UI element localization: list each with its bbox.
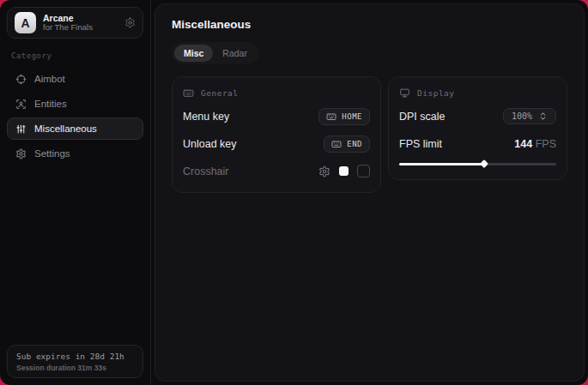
keyboard-icon [326, 111, 336, 122]
sidebar-item-entities[interactable]: Entities [7, 93, 143, 115]
sidebar-item-aimbot[interactable]: Aimbot [7, 68, 143, 90]
brand-subtitle: for The Finals [43, 23, 93, 33]
crosshair-color-swatch[interactable] [339, 166, 349, 176]
crosshair-settings-gear-icon[interactable] [318, 165, 330, 177]
unload-key-label: Unload key [183, 138, 237, 150]
fps-limit-value: 144 FPS [514, 138, 556, 150]
fps-slider-thumb[interactable] [480, 159, 488, 168]
chevrons-up-down-icon [538, 111, 548, 121]
crosshair-label: Crosshair [183, 165, 229, 177]
sidebar-item-settings[interactable]: Settings [7, 142, 143, 165]
sidebar-item-miscellaneous[interactable]: Miscellaneous [7, 117, 143, 140]
display-card-title: Display [417, 88, 455, 98]
unload-key-row: Unload key END [183, 134, 370, 153]
fps-slider-fill [399, 163, 484, 165]
menu-key-value: HOME [342, 112, 362, 121]
content-panel: Miscellaneous Misc Radar Gene [155, 3, 585, 382]
menu-key-row: Menu key HOME [183, 106, 370, 126]
keyboard-icon [331, 139, 342, 149]
fps-limit-row: FPS limit 144 FPS [399, 134, 556, 153]
main-area: Miscellaneous Misc Radar Gene [151, 0, 588, 385]
dpi-scale-select[interactable]: 100% [503, 108, 556, 124]
app-window: A Arcane for The Finals Category [0, 0, 588, 385]
scan-person-icon [15, 99, 27, 110]
display-card: Display DPI scale 100% [388, 76, 567, 180]
brand-text: Arcane for The Finals [43, 13, 93, 33]
unload-key-button[interactable]: END [324, 135, 370, 153]
brand-logo: A [15, 12, 36, 33]
dpi-scale-label: DPI scale [399, 111, 446, 123]
sidebar-item-label: Miscellaneous [34, 123, 97, 134]
crosshair-row: Crosshair [183, 161, 370, 181]
general-card: General Menu key HOME [172, 76, 381, 193]
brand-box: A Arcane for The Finals [7, 7, 143, 39]
fps-number: 144 [514, 138, 532, 150]
menu-key-label: Menu key [183, 111, 229, 123]
monitor-icon [399, 87, 410, 99]
tab-misc[interactable]: Misc [174, 45, 213, 62]
crosshair-checkbox[interactable] [357, 165, 370, 177]
sub-expires-text: Sub expires in 28d 21h [16, 352, 134, 361]
cards-row: General Menu key HOME [172, 76, 567, 193]
sidebar-item-label: Aimbot [34, 74, 65, 84]
sidebar-nav: Aimbot Entities [7, 68, 143, 165]
fps-unit: FPS [536, 138, 556, 150]
gear-icon [15, 148, 27, 159]
gear-icon[interactable] [124, 17, 136, 28]
tab-radar[interactable]: Radar [213, 45, 257, 62]
keyboard-icon [183, 87, 194, 99]
subscription-status-box: Sub expires in 28d 21h Session duration … [7, 345, 143, 378]
dpi-scale-value: 100% [512, 111, 532, 121]
sidebar: A Arcane for The Finals Category [0, 0, 151, 385]
menu-key-button[interactable]: HOME [318, 108, 370, 125]
crosshair-icon [15, 74, 27, 85]
unload-key-value: END [347, 140, 362, 148]
display-card-header: Display [399, 87, 556, 99]
session-duration-text: Session duration 31m 33s [16, 364, 134, 372]
sidebar-item-label: Entities [34, 99, 67, 109]
crosshair-controls [318, 165, 370, 177]
general-card-header: General [183, 87, 370, 99]
sliders-icon [15, 123, 27, 135]
sidebar-item-label: Settings [34, 148, 70, 159]
category-label: Category [11, 51, 139, 60]
general-card-title: General [201, 88, 239, 98]
page-title: Miscellaneous [172, 18, 575, 31]
fps-limit-label: FPS limit [399, 138, 442, 150]
dpi-scale-row: DPI scale 100% [399, 106, 556, 126]
fps-limit-slider[interactable] [399, 160, 556, 168]
tab-bar: Misc Radar [172, 42, 259, 64]
